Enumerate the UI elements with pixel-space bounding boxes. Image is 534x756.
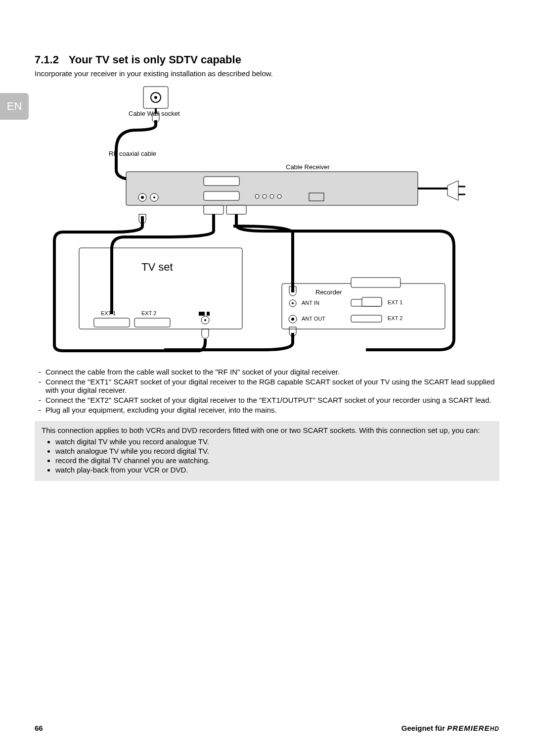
footer-brand-line: Geeignet für PREMIEREHD (401, 724, 499, 732)
label-rf-coaxial-cable: RF coaxial cable (109, 150, 156, 157)
label-tv-ext2: EXT 2 (141, 310, 156, 316)
svg-point-11 (263, 194, 267, 198)
label-rec-ext1: EXT 1 (388, 299, 402, 305)
svg-rect-19 (94, 318, 130, 327)
svg-rect-36 (362, 297, 382, 306)
svg-point-22 (204, 319, 206, 321)
svg-point-30 (291, 318, 294, 321)
label-ant-in: ANT IN (302, 300, 319, 306)
svg-rect-24 (207, 312, 210, 316)
connection-diagram: Cable Wall socket RF coaxial cable Cable… (35, 87, 499, 354)
svg-point-10 (255, 194, 259, 198)
label-tv-set: TV set (141, 261, 173, 274)
label-rec-ext2: EXT 2 (388, 315, 402, 321)
label-cable-wall-socket: Cable Wall socket (129, 110, 180, 117)
svg-point-7 (153, 196, 155, 198)
note-item: record the digital TV channel you are wa… (55, 456, 492, 465)
label-tv-ext1: EXT 1 (101, 310, 116, 316)
svg-rect-32 (351, 315, 382, 322)
svg-rect-8 (204, 177, 239, 186)
page-number: 66 (35, 724, 43, 732)
footer-suitable-for: Geeignet für (401, 724, 445, 732)
section-title-text: Your TV set is only SDTV capable (69, 53, 241, 66)
note-list: watch digital TV while you record analog… (42, 437, 492, 474)
language-tab: EN (0, 93, 29, 120)
section-heading: 7.1.2 Your TV set is only SDTV capable (35, 53, 499, 66)
svg-point-5 (141, 196, 144, 199)
svg-point-2 (154, 96, 157, 99)
instruction-item: Connect the "EXT2" SCART socket of your … (45, 396, 499, 404)
intro-paragraph: Incorporate your receiver in your existi… (35, 69, 499, 78)
note-item: watch digital TV while you record analog… (55, 437, 492, 446)
section-number: 7.1.2 (35, 53, 59, 66)
note-intro: This connection applies to both VCRs and… (42, 426, 492, 434)
label-ant-out: ANT OUT (302, 316, 325, 322)
page-footer: 66 Geeignet für PREMIEREHD (35, 724, 499, 732)
svg-rect-18 (79, 248, 242, 329)
label-recorder: Recorder (315, 288, 342, 296)
svg-rect-9 (204, 191, 239, 200)
footer-brand: PREMIERE (447, 724, 490, 732)
note-item: watch analogue TV while you record digit… (55, 447, 492, 455)
svg-point-12 (270, 194, 274, 198)
instruction-item: Connect the "EXT1" SCART socket of your … (45, 378, 499, 394)
instruction-list: Connect the cable from the cable wall so… (35, 368, 499, 414)
svg-point-28 (292, 302, 294, 304)
svg-rect-26 (351, 278, 400, 287)
svg-rect-35 (226, 205, 246, 214)
svg-rect-3 (126, 172, 418, 205)
svg-rect-20 (134, 318, 170, 327)
svg-rect-23 (199, 312, 205, 316)
instruction-item: Plug all your equipment, excluding your … (45, 406, 499, 414)
note-box: This connection applies to both VCRs and… (35, 421, 499, 481)
label-cable-receiver: Cable Receiver (286, 163, 330, 171)
svg-point-13 (277, 194, 281, 198)
instruction-item: Connect the cable from the cable wall so… (45, 368, 499, 376)
note-item: watch play-back from your VCR or DVD. (55, 466, 492, 474)
svg-marker-15 (447, 181, 458, 200)
svg-rect-33 (204, 205, 223, 214)
footer-brand-suffix: HD (490, 725, 499, 732)
